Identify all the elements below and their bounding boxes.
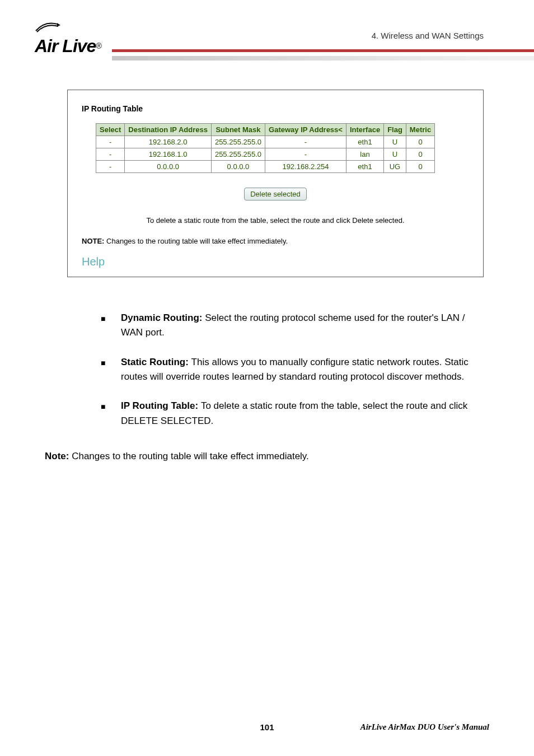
col-flag: Flag: [384, 124, 406, 136]
bullet-square-icon: ■: [101, 401, 109, 428]
panel-note-label: NOTE:: [82, 237, 104, 245]
cell-flag: U: [384, 148, 406, 161]
table-row[interactable]: - 192.168.2.0 255.255.255.0 - eth1 U 0: [96, 136, 435, 148]
bullet-square-icon: ■: [101, 357, 109, 385]
header-divider-red: [112, 49, 534, 52]
logo-text: Air Live: [35, 36, 96, 56]
ip-routing-panel: IP Routing Table Select Destination IP A…: [67, 90, 484, 277]
col-gateway: Gateway IP Address<: [265, 124, 346, 136]
cell-iface: eth1: [346, 161, 383, 173]
page-number: 101: [260, 722, 274, 732]
cell-mask: 0.0.0.0: [211, 161, 265, 173]
cell-flag: U: [384, 136, 406, 148]
svg-marker-0: [57, 23, 60, 26]
delete-selected-button[interactable]: Delete selected: [244, 188, 307, 200]
cell-dest: 192.168.2.0: [125, 136, 212, 148]
cell-gateway: 192.168.2.254: [265, 161, 346, 173]
panel-note-text: Changes to the routing table will take e…: [104, 237, 288, 245]
item-bold: IP Routing Table:: [121, 400, 201, 411]
cell-metric: 0: [406, 148, 434, 161]
col-mask: Subnet Mask: [211, 124, 265, 136]
col-iface: Interface: [346, 124, 383, 136]
cell-gateway: -: [265, 148, 346, 161]
col-dest: Destination IP Address: [125, 124, 212, 136]
list-item: ■ Dynamic Routing: Select the routing pr…: [101, 311, 484, 340]
item-bold: Static Routing:: [121, 357, 191, 367]
cell-mask: 255.255.255.0: [211, 148, 265, 161]
body-note-text: Changes to the routing table will take e…: [69, 451, 308, 461]
body-note: Note: Changes to the routing table will …: [45, 451, 484, 462]
cell-metric: 0: [406, 161, 434, 173]
footer-title: AirLive AirMax DUO User's Manual: [360, 722, 489, 732]
help-link[interactable]: Help: [82, 255, 469, 268]
cell-dest: 0.0.0.0: [125, 161, 212, 173]
cell-metric: 0: [406, 136, 434, 148]
logo-arc-icon: [35, 20, 74, 34]
cell-iface: lan: [346, 148, 383, 161]
brand-logo: Air Live®: [35, 20, 102, 57]
table-row[interactable]: - 0.0.0.0 0.0.0.0 192.168.2.254 eth1 UG …: [96, 161, 435, 173]
col-select: Select: [96, 124, 125, 136]
logo-reg-icon: ®: [96, 41, 101, 50]
cell-mask: 255.255.255.0: [211, 136, 265, 148]
col-metric: Metric: [406, 124, 434, 136]
page-header: Air Live® 4. Wireless and WAN Settings: [0, 0, 534, 67]
panel-title: IP Routing Table: [82, 104, 469, 113]
breadcrumb: 4. Wireless and WAN Settings: [372, 31, 484, 40]
cell-iface: eth1: [346, 136, 383, 148]
header-divider-gray: [112, 56, 534, 60]
delete-hint-text: To delete a static route from the table,…: [82, 216, 469, 225]
table-row[interactable]: - 192.168.1.0 255.255.255.0 - lan U 0: [96, 148, 435, 161]
table-header-row: Select Destination IP Address Subnet Mas…: [96, 124, 435, 136]
cell-select: -: [96, 136, 125, 148]
ip-routing-table: Select Destination IP Address Subnet Mas…: [96, 123, 435, 173]
cell-flag: UG: [384, 161, 406, 173]
bullet-square-icon: ■: [101, 313, 109, 340]
list-item: ■ IP Routing Table: To delete a static r…: [101, 399, 484, 428]
content-list: ■ Dynamic Routing: Select the routing pr…: [101, 311, 484, 428]
body-note-label: Note:: [45, 451, 69, 461]
panel-note: NOTE: Changes to the routing table will …: [82, 237, 469, 245]
cell-select: -: [96, 161, 125, 173]
item-bold: Dynamic Routing:: [121, 312, 205, 323]
cell-gateway: -: [265, 136, 346, 148]
cell-dest: 192.168.1.0: [125, 148, 212, 161]
list-item: ■ Static Routing: This allows you to man…: [101, 355, 484, 385]
cell-select: -: [96, 148, 125, 161]
